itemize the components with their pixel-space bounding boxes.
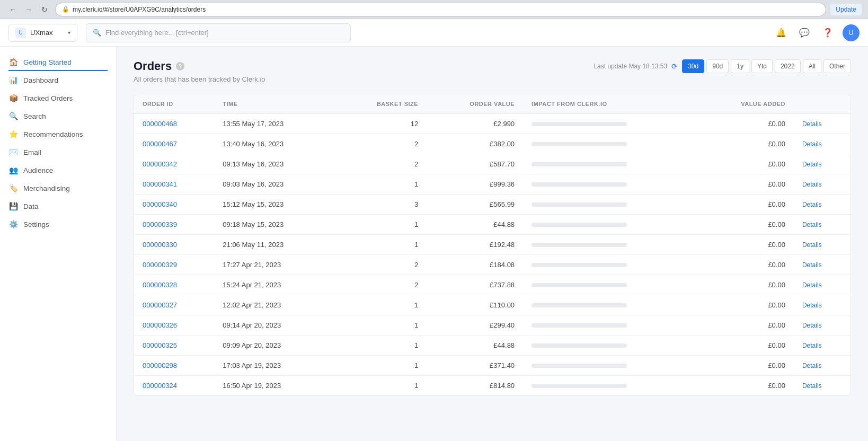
details-link[interactable]: Details [802,382,822,390]
cell-details: Details [794,114,851,134]
details-link[interactable]: Details [802,281,822,289]
cell-order-value: £587.70 [427,154,523,174]
col-action [794,94,851,114]
sidebar-item-settings[interactable]: ⚙️ Settings [0,215,116,233]
user-avatar[interactable]: U [843,24,860,41]
cell-order-id: 000000339 [134,215,214,235]
cell-time: 17:03 Apr 19, 2023 [214,356,335,376]
time-filter-1y[interactable]: 1y [731,59,749,73]
cell-impact [523,295,698,315]
order-id-link[interactable]: 000000339 [143,220,177,228]
order-id-link[interactable]: 000000340 [143,200,177,208]
sidebar-item-merchandising[interactable]: 🏷️ Merchandising [0,179,116,197]
time-filter-30d[interactable]: 30d [682,59,704,73]
cell-order-id: 000000342 [134,154,214,174]
cell-order-id: 000000468 [134,114,214,134]
details-link[interactable]: Details [802,241,822,249]
details-link[interactable]: Details [802,181,822,188]
table-row: 000000339 09:18 May 15, 2023 1 £44.88 £0… [134,215,851,235]
sidebar-item-search[interactable]: 🔍 Search [0,107,116,125]
order-id-link[interactable]: 000000329 [143,261,177,269]
sidebar-label-recommendations: Recommendations [23,130,83,138]
refresh-button[interactable]: ⟳ [671,62,678,70]
cell-order-value: £814.80 [427,376,523,396]
impact-bar [532,343,627,348]
sidebar-icon-dashboard: 📊 [8,76,18,84]
details-link[interactable]: Details [802,362,822,369]
sidebar-item-email[interactable]: ✉️ Email [0,143,116,161]
order-id-link[interactable]: 000000324 [143,382,177,390]
cell-details: Details [794,235,851,255]
cell-value-added: £0.00 [698,235,794,255]
order-id-link[interactable]: 000000468 [143,120,177,128]
sidebar-item-getting-started[interactable]: 🏠 Getting Started [0,53,116,71]
details-link[interactable]: Details [802,120,822,128]
forward-button[interactable]: → [22,3,35,16]
details-link[interactable]: Details [802,201,822,208]
cell-order-value: £999.36 [427,174,523,195]
sidebar-icon-merchandising: 🏷️ [8,184,18,192]
sidebar-item-dashboard[interactable]: 📊 Dashboard [0,71,116,89]
cell-impact [523,114,698,134]
time-filter-other[interactable]: Other [823,59,851,73]
sidebar-item-audience[interactable]: 👥 Audience [0,161,116,179]
cell-time: 17:27 Apr 21, 2023 [214,255,335,275]
table-row: 000000328 15:24 Apr 21, 2023 2 £737.88 £… [134,275,851,295]
help-icon[interactable]: ? [176,62,184,70]
sidebar-icon-data: 💾 [8,202,18,210]
order-id-link[interactable]: 000000327 [143,301,177,309]
time-filter-2022[interactable]: 2022 [775,59,801,73]
global-search-bar[interactable]: 🔍 Find everything here... [ctrl+enter] [86,23,351,42]
impact-bar [532,122,627,126]
cell-order-value: £737.88 [427,275,523,295]
update-button[interactable]: Update [830,4,862,15]
sidebar-item-recommendations[interactable]: ⭐ Recommendations [0,125,116,143]
details-link[interactable]: Details [802,261,822,269]
details-link[interactable]: Details [802,161,822,168]
order-id-link[interactable]: 000000467 [143,140,177,148]
messages-button[interactable]: 💬 [796,24,813,41]
cell-time: 09:03 May 16, 2023 [214,174,335,195]
sidebar-item-tracked-orders[interactable]: 📦 Tracked Orders [0,89,116,107]
cell-impact [523,235,698,255]
table-row: 000000341 09:03 May 16, 2023 1 £999.36 £… [134,174,851,195]
notifications-button[interactable]: 🔔 [773,24,790,41]
order-id-link[interactable]: 000000330 [143,241,177,249]
browser-chrome: ← → ↻ 🔒 my.clerk.io/#/store/U0APXG9C/ana… [0,0,868,19]
cell-order-id: 000000327 [134,295,214,315]
sidebar-icon-getting-started: 🏠 [8,58,18,66]
back-button[interactable]: ← [6,3,19,16]
table-row: 000000340 15:12 May 15, 2023 3 £565.99 £… [134,195,851,215]
cell-impact [523,154,698,174]
cell-order-value: £44.88 [427,336,523,356]
cell-order-value: £192.48 [427,235,523,255]
details-link[interactable]: Details [802,140,822,148]
order-id-link[interactable]: 000000326 [143,321,177,329]
cell-order-id: 000000330 [134,235,214,255]
sidebar-icon-settings: ⚙️ [8,220,18,228]
time-filter-all[interactable]: All [803,59,821,73]
details-link[interactable]: Details [802,221,822,228]
time-filter-ytd[interactable]: Ytd [751,59,773,73]
order-id-link[interactable]: 000000325 [143,341,177,349]
reload-button[interactable]: ↻ [38,3,51,16]
sidebar-item-data[interactable]: 💾 Data [0,197,116,215]
order-id-link[interactable]: 000000341 [143,180,177,188]
lock-icon: 🔒 [62,6,69,13]
order-id-link[interactable]: 000000342 [143,160,177,168]
details-link[interactable]: Details [802,322,822,329]
url-bar[interactable]: 🔒 my.clerk.io/#/store/U0APXG9C/analytics… [55,3,826,16]
table-row: 000000327 12:02 Apr 21, 2023 1 £110.00 £… [134,295,851,315]
cell-details: Details [794,215,851,235]
details-link[interactable]: Details [802,302,822,309]
order-id-link[interactable]: 000000328 [143,281,177,289]
page-title-area: Orders ? All orders that has been tracke… [134,59,265,83]
time-filter-90d[interactable]: 90d [706,59,729,73]
time-filter-group: 30d90d1yYtd2022AllOther [682,59,851,73]
order-id-link[interactable]: 000000298 [143,361,177,369]
cell-impact [523,255,698,275]
details-link[interactable]: Details [802,342,822,349]
help-button[interactable]: ❓ [819,24,836,41]
store-selector[interactable]: U UXmax ▾ [8,24,77,42]
cell-time: 12:02 Apr 21, 2023 [214,295,335,315]
